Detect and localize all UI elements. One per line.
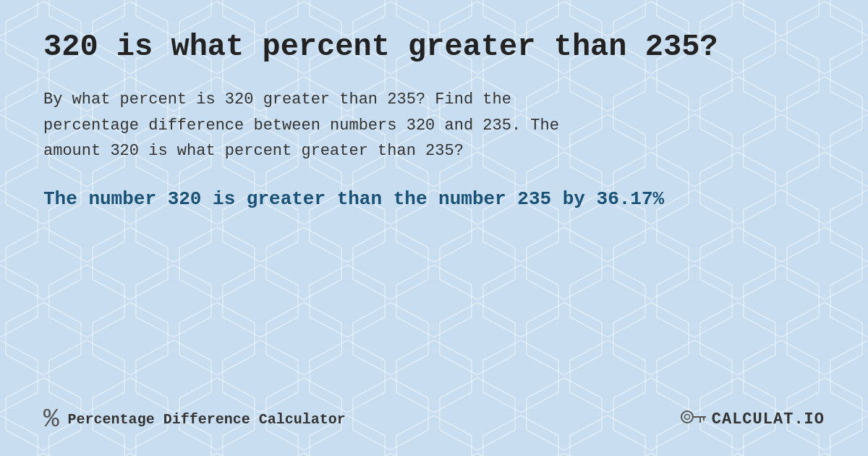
footer-left: % Percentage Difference Calculator: [43, 405, 346, 434]
footer-label: Percentage Difference Calculator: [68, 411, 346, 428]
page-title: 320 is what percent greater than 235?: [43, 29, 825, 65]
footer: % Percentage Difference Calculator CALCU…: [43, 397, 825, 434]
page-content: 320 is what percent greater than 235? By…: [0, 0, 868, 456]
svg-point-6: [684, 414, 689, 419]
result-text: The number 320 is greater than the numbe…: [43, 185, 825, 214]
percent-icon: %: [43, 405, 59, 434]
logo-icon: [680, 407, 706, 433]
footer-logo: CALCULAT.IO: [680, 407, 825, 433]
logo-text: CALCULAT.IO: [712, 410, 825, 428]
svg-point-5: [681, 411, 693, 423]
description-text: By what percent is 320 greater than 235?…: [43, 87, 608, 164]
